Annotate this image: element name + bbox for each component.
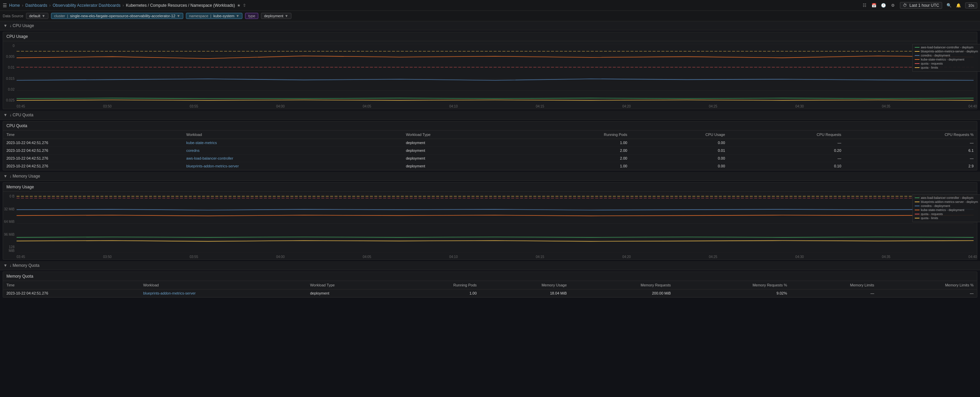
memory-quota-table: Time Workload Workload Type Running Pods… [3, 281, 977, 297]
caret-icon-3: ▼ [3, 174, 8, 179]
table-row: 2023-10-22 04:42:51.276 aws-load-balance… [3, 155, 977, 162]
col-workload: Workload [183, 131, 402, 139]
row-workload-type: deployment [402, 155, 519, 162]
table-row: 2023-10-22 04:42:51.276 blueprints-addon… [3, 162, 977, 170]
row-workload-type: deployment [402, 162, 519, 170]
cpu-usage-chart: 0.025 0.02 0.015 0.01 0.005 0 [3, 41, 977, 109]
clock-icon[interactable]: 🕐 [881, 3, 886, 8]
cpu-legend: aws-load-balancer-controller - deploym b… [912, 44, 980, 72]
memory-usage-section: ▼ ↓ Memory Usage Memory Usage 128 MiB 96… [0, 172, 980, 260]
datasource-pill[interactable]: default ▼ [26, 13, 48, 19]
settings-icon[interactable]: ⚙ [891, 3, 896, 8]
memory-usage-panel: Memory Usage 128 MiB 96 MiB 64 MiB 32 Mi… [3, 182, 977, 260]
cpu-quota-panel: CPU Quota Time Workload Workload Type Ru… [3, 121, 977, 171]
cluster-pill[interactable]: cluster | single-new-eks-fargate-opensou… [51, 13, 183, 19]
legend-item-alb: aws-load-balancer-controller - deploym [915, 46, 978, 49]
nav-observability[interactable]: Observability Accelerator Dashboards [53, 3, 121, 8]
deployment-pill[interactable]: deployment ▼ [261, 13, 291, 19]
cpu-usage-svg [17, 44, 974, 102]
row-cpu-usage: 0.01 [630, 147, 728, 155]
memory-quota-panel: Memory Quota Time Workload Workload Type… [3, 271, 977, 298]
top-nav: ☰ Home › Dashboards › Observability Acce… [0, 0, 980, 11]
chart-icon[interactable]: ☷ [862, 3, 867, 8]
row-mq-memory-limits: — [791, 289, 878, 297]
memory-usage-svg [17, 195, 974, 253]
star-icon[interactable]: ★ [237, 3, 241, 8]
namespace-pill[interactable]: namespace | kube-system ▼ [186, 13, 242, 19]
memory-legend: aws-load-balancer-controller - deploym b… [912, 195, 980, 222]
memory-legend-alb: aws-load-balancer-controller - deploym [915, 196, 978, 199]
page-content: ▼ ↓ CPU Usage CPU Usage 0.025 0.02 0.015… [0, 21, 980, 397]
share-icon[interactable]: ⇧ [243, 3, 246, 8]
memory-y-axis: 128 MiB 96 MiB 64 MiB 32 MiB 0 B [3, 195, 16, 253]
cpu-quota-panel-title: CPU Quota [3, 121, 977, 131]
row-mq-workload-type: deployment [307, 289, 395, 297]
legend-item-kube-state: kube-state-metrics - deployment [915, 58, 978, 61]
col-mq-memory-limits-pct: Memory Limits % [878, 281, 977, 289]
col-mq-running-pods: Running Pods [395, 281, 480, 289]
cpu-x-axis: 03:45 03:50 03:55 04:00 04:05 04:10 04:1… [17, 105, 977, 108]
cpu-quota-section-header[interactable]: ▼ ↓ CPU Quota [0, 111, 980, 120]
col-time: Time [3, 131, 183, 139]
row-cpu-usage: 0.00 [630, 155, 728, 162]
calendar-icon[interactable]: 📅 [872, 3, 877, 8]
time-icon: ⏱ [903, 3, 907, 8]
time-range-selector[interactable]: ⏱ Last 1 hour UTC [900, 2, 942, 9]
search-icon[interactable]: 🔍 [946, 3, 951, 8]
row-cpu-requests-pct: — [845, 155, 977, 162]
caret-icon: ▼ [3, 23, 8, 28]
bell-icon[interactable]: 🔔 [956, 3, 961, 8]
col-mq-memory-requests: Memory Requests [570, 281, 675, 289]
cpu-quota-table-header: Time Workload Workload Type Running Pods… [3, 131, 977, 139]
col-workload-type: Workload Type [402, 131, 519, 139]
refresh-interval[interactable]: 10s [965, 2, 977, 8]
memory-legend-quota-lim: quota - limits [915, 217, 978, 220]
row-mq-running-pods: 1.00 [395, 289, 480, 297]
nav-dashboards[interactable]: Dashboards [25, 3, 47, 8]
row-mq-memory-requests: 200.00 MiB [570, 289, 675, 297]
memory-quota-section-title: ↓ Memory Quota [10, 263, 40, 268]
memory-quota-section-header[interactable]: ▼ ↓ Memory Quota [0, 261, 980, 270]
row-mq-memory-limits-pct: — [878, 289, 977, 297]
memory-quota-panel-title: Memory Quota [3, 272, 977, 281]
memory-usage-section-header[interactable]: ▼ ↓ Memory Usage [0, 172, 980, 181]
col-cpu-requests: CPU Requests [729, 131, 845, 139]
time-range-label: Last 1 hour UTC [909, 3, 939, 8]
cpu-usage-section-title: ↓ CPU Usage [10, 23, 34, 28]
memory-legend-coredns: coredns - deployment [915, 204, 978, 207]
col-running-pods: Running Pods [519, 131, 630, 139]
legend-item-quota-req: quota - requests [915, 62, 978, 65]
caret-icon-4: ▼ [3, 263, 8, 268]
cpu-usage-section-header[interactable]: ▼ ↓ CPU Usage [0, 21, 980, 30]
type-pill[interactable]: type [245, 13, 258, 19]
memory-usage-chart: 128 MiB 96 MiB 64 MiB 32 MiB 0 B [3, 192, 977, 259]
row-cpu-requests: — [729, 139, 845, 147]
memory-usage-panel-title: Memory Usage [3, 183, 977, 192]
memory-usage-section-title: ↓ Memory Usage [10, 174, 40, 179]
cpu-y-axis: 0.025 0.02 0.015 0.01 0.005 0 [3, 44, 16, 102]
legend-item-coredns: coredns - deployment [915, 54, 978, 57]
hamburger-icon[interactable]: ☰ [3, 3, 7, 8]
row-mq-workload[interactable]: blueprints-addon-metrics-server [140, 289, 307, 297]
cpu-usage-panel-title: CPU Usage [3, 32, 977, 41]
col-mq-memory-requests-pct: Memory Requests % [674, 281, 791, 289]
row-time: 2023-10-22 04:42:51.276 [3, 155, 183, 162]
nav-home[interactable]: Home [9, 3, 20, 8]
row-cpu-requests-pct: 2.9 [845, 162, 977, 170]
row-workload[interactable]: blueprints-addon-metrics-server [183, 162, 402, 170]
memory-legend-blueprints: blueprints-addon-metrics-server - deploy… [915, 200, 978, 204]
col-mq-memory-usage: Memory Usage [480, 281, 570, 289]
row-running-pods: 1.00 [519, 162, 630, 170]
row-time: 2023-10-22 04:42:51.276 [3, 162, 183, 170]
row-time: 2023-10-22 04:42:51.276 [3, 139, 183, 147]
row-cpu-usage: 0.00 [630, 139, 728, 147]
table-row: 2023-10-22 04:42:51.276 blueprints-addon… [3, 289, 977, 297]
row-cpu-requests-pct: — [845, 139, 977, 147]
filter-bar: Data Source default ▼ cluster | single-n… [0, 11, 980, 21]
row-workload[interactable]: kube-state-metrics [183, 139, 402, 147]
row-cpu-requests: 0.20 [729, 147, 845, 155]
col-cpu-usage: CPU Usage [630, 131, 728, 139]
row-workload[interactable]: aws-load-balancer-controller [183, 155, 402, 162]
memory-quota-table-header: Time Workload Workload Type Running Pods… [3, 281, 977, 289]
row-workload[interactable]: coredns [183, 147, 402, 155]
